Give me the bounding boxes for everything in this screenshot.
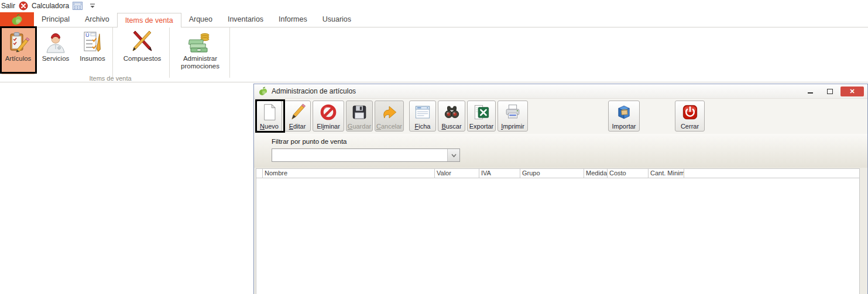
chevron-down-icon (451, 153, 457, 158)
application-menu-button[interactable] (0, 12, 34, 27)
qat-customize-dropdown-icon[interactable] (90, 3, 95, 9)
tab-archivo[interactable]: Archivo (77, 12, 117, 27)
ribbon-button-label: Administrar promociones (174, 55, 226, 70)
button-label: Cerrar (681, 123, 699, 130)
svg-text:Ū: Ū (85, 32, 90, 38)
tab-principal[interactable]: Principal (34, 12, 77, 27)
punto-de-venta-input[interactable] (272, 149, 447, 161)
button-label: Exportar (469, 123, 494, 130)
button-label: Importar (612, 123, 636, 130)
undo-arrow-icon (380, 103, 398, 122)
column-header-grupo[interactable]: Grupo (520, 169, 584, 178)
filter-panel: Filtrar por punto de venta (254, 134, 867, 168)
pencil-icon (289, 103, 306, 122)
ribbon-group-label: Items de venta (0, 75, 221, 82)
quick-access-toolbar: Salir Calculadora (1, 0, 95, 12)
ribbon-button-label: Insumos (80, 55, 105, 62)
ribbon-button-insumos[interactable]: Ū Insumos (76, 27, 109, 74)
buscar-button[interactable]: Buscar (438, 101, 465, 132)
punto-de-venta-combobox[interactable] (272, 148, 460, 162)
column-header-iva[interactable]: IVA (479, 169, 520, 178)
ribbon-button-servicios[interactable]: Servicios (40, 27, 71, 74)
button-label: Eliminar (317, 123, 340, 130)
maximize-icon (827, 89, 833, 94)
minimize-button[interactable] (802, 87, 819, 96)
button-label: Cancelar (376, 123, 402, 130)
qat-salir-label[interactable]: Salir (1, 2, 15, 10)
ribbon-separator (169, 27, 170, 78)
app-logo-icon (11, 13, 23, 26)
cerrar-button[interactable]: Cerrar (675, 101, 705, 132)
chevron-down-icon (90, 3, 95, 9)
exportar-button[interactable]: Exportar (467, 101, 496, 132)
window-title: Administracion de artículos (272, 87, 798, 95)
eliminar-button[interactable]: Eliminar (313, 101, 344, 132)
button-label: Editar (289, 123, 306, 130)
button-label: Ficha (415, 123, 431, 130)
prohibition-icon (320, 103, 337, 122)
power-icon (681, 103, 699, 122)
filter-label: Filtrar por punto de venta (272, 138, 347, 145)
imprimir-button[interactable]: Imprimir (498, 101, 528, 132)
tab-inventarios[interactable]: Inventarios (220, 12, 271, 27)
window-toolbar: Nuevo Editar Eliminar (254, 99, 867, 134)
column-header-medida[interactable]: Medida (584, 169, 608, 178)
ribbon-button-label: Artículos (5, 55, 32, 62)
articles-grid[interactable]: Nombre Valor IVA Grupo Medida Costo Cant… (256, 168, 860, 294)
combobox-dropdown-button[interactable] (447, 149, 459, 161)
grid-body-empty[interactable] (256, 178, 859, 294)
cancelar-button[interactable]: Cancelar (375, 101, 404, 132)
close-icon: ✕ (849, 88, 855, 95)
ficha-button[interactable]: Ficha (409, 101, 436, 132)
maximize-button[interactable] (821, 87, 838, 96)
exit-icon (19, 1, 28, 11)
column-header-selector[interactable] (256, 169, 263, 178)
importar-button[interactable]: Importar (608, 101, 640, 132)
form-window-icon (414, 103, 431, 122)
calculator-icon[interactable] (73, 2, 83, 10)
close-button[interactable]: ✕ (840, 87, 864, 96)
button-label: Imprimir (501, 123, 524, 130)
button-label: Nuevo (260, 123, 279, 130)
tab-items-de-venta[interactable]: Items de venta (117, 13, 181, 27)
button-label: Buscar (441, 123, 461, 130)
save-floppy-icon (351, 103, 368, 122)
clipboard-pencil-icon (6, 29, 30, 55)
ribbon-button-label: Servicios (42, 55, 70, 62)
crossed-pencils-icon (130, 29, 155, 55)
minimize-icon (808, 92, 813, 94)
tab-informes[interactable]: Informes (271, 12, 315, 27)
money-stack-icon (187, 29, 213, 55)
tab-usuarios[interactable]: Usuarios (315, 12, 359, 27)
ribbon-separator (229, 27, 230, 78)
column-header-cant-minima[interactable]: Cant. Minim (649, 169, 684, 178)
grid-header-row: Nombre Valor IVA Grupo Medida Costo Cant… (256, 169, 859, 178)
guardar-button[interactable]: Guardar (346, 101, 373, 132)
ribbon-button-administrar-promociones[interactable]: Administrar promociones (174, 27, 226, 74)
binoculars-icon (443, 103, 461, 122)
ribbon-button-compuestos[interactable]: Compuestos (119, 27, 166, 74)
column-header-nombre[interactable]: Nombre (263, 169, 435, 178)
new-document-icon (260, 103, 278, 122)
service-person-icon (44, 29, 67, 55)
nuevo-button[interactable]: Nuevo (256, 101, 282, 132)
import-box-icon (615, 103, 633, 122)
window-app-logo-icon (258, 87, 268, 96)
tab-arqueo[interactable]: Arqueo (181, 12, 220, 27)
excel-icon (473, 103, 490, 122)
exit-icon[interactable] (19, 1, 28, 11)
window-titlebar[interactable]: Administracion de artículos ✕ (254, 84, 867, 99)
qat-calculadora-label[interactable]: Calculadora (32, 2, 69, 10)
ribbon-tab-row: Principal Archivo Items de venta Arqueo … (0, 13, 868, 27)
column-header-valor[interactable]: Valor (435, 169, 479, 178)
checklist-pencil-icon: Ū (81, 29, 104, 55)
ribbon-group-items-de-venta: Artículos Servicios Ū (0, 27, 868, 82)
editar-button[interactable]: Editar (284, 101, 311, 132)
button-label: Guardar (348, 123, 371, 130)
column-header-costo[interactable]: Costo (608, 169, 649, 178)
ribbon-button-label: Compuestos (123, 55, 162, 62)
ribbon-separator (112, 27, 113, 78)
ribbon-button-articulos[interactable]: Artículos (1, 27, 35, 74)
printer-icon (504, 103, 522, 122)
calculator-icon (73, 2, 83, 10)
